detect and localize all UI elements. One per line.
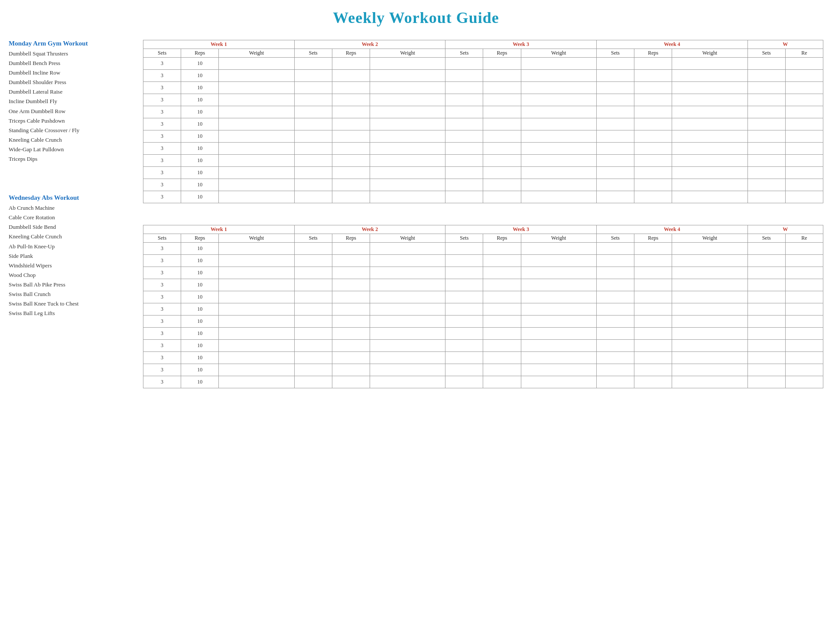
table-cell[interactable]	[483, 118, 521, 130]
table-cell[interactable]	[370, 364, 445, 376]
table-cell[interactable]	[785, 279, 823, 291]
table-cell[interactable]	[596, 376, 634, 388]
table-cell[interactable]	[596, 179, 634, 191]
table-cell[interactable]	[294, 191, 332, 203]
table-cell[interactable]	[521, 118, 596, 130]
table-cell[interactable]	[521, 291, 596, 303]
table-cell[interactable]	[483, 70, 521, 82]
table-cell[interactable]	[634, 191, 672, 203]
table-cell[interactable]	[634, 340, 672, 352]
table-cell[interactable]	[483, 243, 521, 255]
table-cell[interactable]	[748, 70, 785, 82]
table-cell[interactable]	[672, 291, 748, 303]
table-cell[interactable]	[219, 94, 294, 106]
table-cell[interactable]	[672, 328, 748, 340]
table-cell[interactable]	[634, 243, 672, 255]
table-cell[interactable]	[596, 106, 634, 118]
table-cell[interactable]	[672, 94, 748, 106]
table-cell[interactable]	[672, 267, 748, 279]
table-cell[interactable]	[219, 291, 294, 303]
table-cell[interactable]	[219, 279, 294, 291]
table-cell[interactable]	[521, 243, 596, 255]
table-cell[interactable]	[521, 94, 596, 106]
table-cell[interactable]: 10	[181, 130, 219, 143]
table-cell[interactable]	[785, 352, 823, 364]
table-cell[interactable]	[483, 155, 521, 167]
table-cell[interactable]: 10	[181, 155, 219, 167]
table-cell[interactable]: 10	[181, 243, 219, 255]
table-cell[interactable]	[332, 243, 370, 255]
table-cell[interactable]	[370, 291, 445, 303]
table-cell[interactable]	[332, 58, 370, 70]
table-cell[interactable]	[596, 255, 634, 267]
table-cell[interactable]: 10	[181, 303, 219, 315]
table-cell[interactable]	[483, 130, 521, 143]
table-cell[interactable]	[596, 58, 634, 70]
table-cell[interactable]	[332, 70, 370, 82]
table-cell[interactable]	[634, 82, 672, 94]
table-cell[interactable]	[219, 267, 294, 279]
table-cell[interactable]	[596, 291, 634, 303]
table-cell[interactable]	[483, 179, 521, 191]
table-cell[interactable]	[672, 106, 748, 118]
table-cell[interactable]	[521, 179, 596, 191]
table-cell[interactable]	[332, 167, 370, 179]
table-cell[interactable]	[445, 70, 483, 82]
table-cell[interactable]	[596, 267, 634, 279]
table-cell[interactable]	[445, 267, 483, 279]
table-cell[interactable]	[370, 315, 445, 328]
table-cell[interactable]	[672, 364, 748, 376]
table-cell[interactable]: 3	[143, 255, 181, 267]
table-cell[interactable]	[445, 279, 483, 291]
table-cell[interactable]	[219, 106, 294, 118]
table-cell[interactable]	[294, 106, 332, 118]
table-cell[interactable]	[219, 179, 294, 191]
table-cell[interactable]: 3	[143, 376, 181, 388]
table-cell[interactable]	[370, 155, 445, 167]
table-cell[interactable]	[332, 364, 370, 376]
table-cell[interactable]	[294, 143, 332, 155]
table-cell[interactable]	[634, 143, 672, 155]
table-cell[interactable]	[219, 191, 294, 203]
table-cell[interactable]	[445, 352, 483, 364]
table-cell[interactable]	[219, 155, 294, 167]
table-cell[interactable]	[219, 243, 294, 255]
table-cell[interactable]	[596, 191, 634, 203]
table-cell[interactable]	[370, 167, 445, 179]
table-cell[interactable]: 10	[181, 328, 219, 340]
table-cell[interactable]	[596, 328, 634, 340]
table-cell[interactable]	[483, 340, 521, 352]
table-cell[interactable]	[332, 303, 370, 315]
table-cell[interactable]	[332, 143, 370, 155]
table-cell[interactable]	[634, 118, 672, 130]
table-cell[interactable]	[370, 267, 445, 279]
table-cell[interactable]	[596, 364, 634, 376]
table-cell[interactable]	[370, 328, 445, 340]
table-cell[interactable]	[521, 364, 596, 376]
table-cell[interactable]: 10	[181, 82, 219, 94]
table-cell[interactable]	[634, 315, 672, 328]
table-cell[interactable]	[332, 352, 370, 364]
table-cell[interactable]	[219, 130, 294, 143]
table-cell[interactable]: 3	[143, 94, 181, 106]
table-cell[interactable]	[294, 94, 332, 106]
table-cell[interactable]	[785, 191, 823, 203]
table-cell[interactable]	[521, 70, 596, 82]
table-cell[interactable]	[294, 303, 332, 315]
table-cell[interactable]	[672, 130, 748, 143]
table-cell[interactable]	[521, 143, 596, 155]
table-cell[interactable]	[634, 352, 672, 364]
table-cell[interactable]	[634, 155, 672, 167]
table-cell[interactable]	[294, 340, 332, 352]
table-cell[interactable]: 10	[181, 376, 219, 388]
table-cell[interactable]	[370, 340, 445, 352]
table-cell[interactable]	[332, 94, 370, 106]
table-cell[interactable]: 10	[181, 364, 219, 376]
table-cell[interactable]	[370, 191, 445, 203]
table-cell[interactable]	[785, 94, 823, 106]
table-cell[interactable]	[294, 58, 332, 70]
table-cell[interactable]	[332, 130, 370, 143]
table-cell[interactable]	[445, 94, 483, 106]
table-cell[interactable]	[332, 328, 370, 340]
table-cell[interactable]	[445, 155, 483, 167]
